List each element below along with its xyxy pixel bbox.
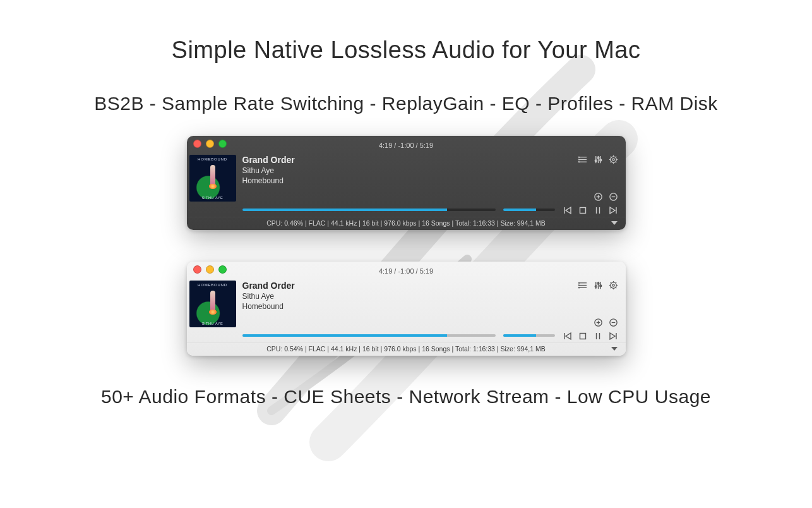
stop-icon[interactable] [578, 331, 588, 341]
equalizer-icon[interactable] [594, 155, 603, 164]
playlist-icon[interactable] [578, 281, 588, 290]
album-name: Homebound [242, 176, 559, 185]
previous-icon[interactable] [563, 205, 573, 215]
svg-point-40 [578, 287, 579, 288]
artist-name: Sithu Aye [242, 166, 559, 175]
artist-name: Sithu Aye [242, 292, 559, 301]
progress-bar[interactable] [242, 334, 496, 337]
svg-line-56 [615, 282, 616, 283]
equalizer-icon[interactable] [594, 281, 603, 290]
svg-marker-28 [566, 207, 571, 214]
player-light: 4:19 / -1:00 / 5:19 Grand Order Sithu Ay… [187, 262, 626, 356]
minimize-button[interactable] [206, 140, 214, 148]
gear-icon[interactable] [609, 281, 618, 290]
previous-icon[interactable] [563, 331, 573, 341]
feature-line-top: BS2B - Sample Rate Switching - ReplayGai… [0, 93, 812, 114]
expand-icon[interactable] [611, 219, 618, 227]
time-display: 4:19 / -1:00 / 5:19 [379, 142, 433, 149]
zoom-button[interactable] [218, 265, 227, 274]
svg-line-53 [610, 282, 611, 283]
status-bar: CPU: 0.54% | FLAC | 44.1 kHz | 16 bit | … [187, 342, 626, 356]
status-bar: CPU: 0.46% | FLAC | 44.1 kHz | 16 bit | … [187, 217, 626, 230]
svg-point-4 [578, 159, 579, 160]
svg-marker-33 [610, 207, 615, 214]
svg-line-55 [610, 287, 611, 288]
track-title: Grand Order [242, 281, 559, 291]
stop-icon[interactable] [578, 205, 588, 215]
add-icon[interactable] [594, 192, 603, 202]
svg-line-21 [615, 157, 616, 157]
album-art[interactable] [189, 155, 236, 202]
expand-icon[interactable] [611, 345, 618, 353]
volume-bar[interactable] [503, 334, 555, 337]
svg-line-19 [615, 162, 616, 162]
album-name: Homebound [242, 302, 559, 311]
close-button[interactable] [193, 140, 201, 148]
svg-point-47 [610, 282, 616, 288]
pause-icon[interactable] [593, 205, 603, 215]
svg-line-18 [610, 157, 611, 157]
close-button[interactable] [193, 265, 201, 274]
svg-marker-63 [566, 333, 571, 339]
titlebar: 4:19 / -1:00 / 5:19 [187, 262, 626, 278]
svg-line-20 [610, 162, 611, 162]
status-text: CPU: 0.54% | FLAC | 44.1 kHz | 16 bit | … [266, 345, 545, 353]
svg-rect-64 [580, 334, 585, 339]
svg-line-54 [615, 287, 616, 288]
next-icon[interactable] [608, 331, 618, 341]
status-text: CPU: 0.46% | FLAC | 44.1 kHz | 16 bit | … [266, 219, 545, 227]
traffic-lights [193, 265, 227, 274]
svg-point-13 [612, 159, 614, 160]
svg-point-48 [612, 284, 614, 286]
track-title: Grand Order [242, 155, 559, 165]
gear-icon[interactable] [609, 155, 618, 164]
volume-fill [503, 209, 536, 211]
titlebar: 4:19 / -1:00 / 5:19 [187, 136, 626, 152]
album-art[interactable] [189, 281, 236, 327]
time-display: 4:19 / -1:00 / 5:19 [379, 267, 433, 275]
svg-point-38 [578, 282, 579, 283]
progress-fill [242, 209, 448, 211]
svg-point-39 [578, 285, 579, 286]
volume-bar[interactable] [503, 209, 555, 211]
progress-bar[interactable] [242, 209, 496, 211]
pause-icon[interactable] [593, 331, 603, 341]
minimize-button[interactable] [206, 265, 214, 274]
svg-rect-29 [580, 208, 585, 214]
svg-marker-68 [610, 333, 615, 339]
svg-marker-34 [611, 221, 618, 225]
svg-point-3 [578, 157, 579, 157]
remove-icon[interactable] [609, 318, 618, 327]
svg-point-5 [578, 162, 579, 162]
feature-line-bottom: 50+ Audio Formats - CUE Sheets - Network… [0, 386, 812, 408]
add-icon[interactable] [594, 318, 603, 327]
playlist-icon[interactable] [578, 155, 588, 164]
traffic-lights [193, 140, 227, 148]
volume-fill [503, 334, 536, 337]
svg-marker-69 [611, 347, 618, 351]
player-dark: 4:19 / -1:00 / 5:19 Grand Order Sithu Ay… [187, 136, 626, 230]
zoom-button[interactable] [218, 140, 227, 148]
remove-icon[interactable] [609, 192, 618, 202]
progress-fill [242, 334, 448, 337]
next-icon[interactable] [608, 205, 618, 215]
page-headline: Simple Native Lossless Audio for Your Ma… [0, 37, 812, 64]
svg-point-12 [610, 157, 616, 162]
